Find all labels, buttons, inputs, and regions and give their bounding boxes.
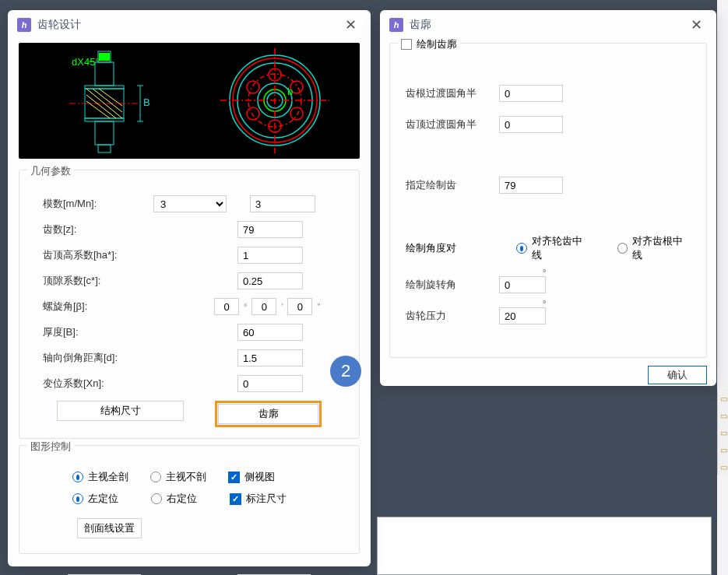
geom-params-label: 几何参数 — [27, 164, 74, 178]
dialog-title: 齿轮设计 — [37, 18, 340, 32]
clearance-label: 顶隙系数[c*]: — [33, 274, 153, 288]
right-position-radio[interactable]: 右定位 — [151, 492, 197, 506]
svg-point-32 — [290, 107, 303, 120]
folder-icon[interactable]: ▭ — [718, 442, 728, 458]
pressure-input[interactable] — [499, 307, 546, 324]
dialog-title: 齿廓 — [410, 18, 686, 32]
helix-min-input[interactable] — [251, 298, 276, 315]
confirm-button[interactable]: 确认 — [648, 366, 707, 384]
svg-rect-6 — [98, 145, 111, 153]
thickness-input[interactable] — [237, 324, 303, 341]
app-icon: h — [389, 18, 403, 32]
tooth-profile-dialog: h 齿廓 ✕ 绘制齿廓 齿根过渡圆角半 齿顶过渡圆角半 指定绘制齿 — [380, 10, 716, 386]
chamfer-label: 轴向倒角距离[d]: — [33, 351, 153, 365]
addendum-label: 齿顶高系数[ha*]: — [33, 248, 153, 262]
chamfer-input[interactable] — [237, 349, 303, 366]
side-view-checkbox[interactable]: ✓侧视图 — [228, 470, 275, 484]
struct-dim-button[interactable]: 结构尺寸 — [57, 401, 184, 421]
main-no-section-radio[interactable]: 主视不剖 — [150, 470, 206, 484]
side-toolbar: ▭ ▭ ▭ ▭ ▭ — [717, 389, 728, 475]
graphic-control-fieldset: 图形控制 主视全剖 主视不剖 ✓侧视图 左定位 右定位 ✓标注尺寸 剖面线 — [19, 445, 360, 554]
folder-icon[interactable]: ▭ — [718, 408, 728, 423]
profile-button-highlight: 齿廓 — [215, 401, 322, 427]
shift-label: 变位系数[Xn]: — [33, 377, 153, 391]
tip-fillet-label: 齿顶过渡圆角半 — [406, 117, 499, 131]
folder-icon[interactable]: ▭ — [718, 391, 728, 406]
bottom-editor[interactable] — [377, 517, 712, 575]
gear-diagram: B dX45° — [19, 43, 360, 159]
profile-button[interactable]: 齿廓 — [218, 404, 318, 424]
svg-text:b: b — [287, 86, 293, 97]
modulus-label: 模数[m/Mn]: — [33, 197, 153, 211]
addendum-input[interactable] — [237, 247, 303, 264]
thickness-label: 厚度[B]: — [33, 325, 153, 339]
svg-point-31 — [247, 107, 259, 120]
tip-fillet-input[interactable] — [499, 116, 563, 133]
svg-text:B: B — [143, 96, 150, 108]
helix-label: 螺旋角[β]: — [33, 300, 153, 314]
root-fillet-label: 齿根过渡圆角半 — [406, 86, 499, 100]
clearance-input[interactable] — [237, 272, 303, 289]
modulus-input[interactable] — [250, 195, 315, 212]
draw-teeth-input[interactable] — [499, 177, 563, 194]
geom-params-fieldset: 几何参数 模数[m/Mn]: 3 齿数[z]: 齿顶高系数[ha*]: 顶隙系数… — [19, 170, 360, 439]
draw-profile-checkbox[interactable] — [401, 39, 412, 50]
angle-align-label: 绘制角度对 — [406, 241, 488, 255]
main-full-section-radio[interactable]: 主视全剖 — [72, 470, 128, 484]
svg-rect-1 — [85, 86, 124, 89]
close-icon[interactable]: ✕ — [340, 16, 361, 33]
svg-point-29 — [247, 81, 259, 93]
svg-rect-14 — [99, 53, 110, 61]
hatch-settings-button[interactable]: 剖面线设置 — [77, 518, 142, 538]
teeth-label: 齿数[z]: — [33, 223, 153, 237]
align-root-center-radio[interactable]: 对齐齿根中线 — [617, 234, 691, 262]
rotation-input[interactable] — [499, 276, 546, 293]
helix-deg-input[interactable] — [214, 298, 239, 315]
graphic-control-label: 图形控制 — [27, 440, 74, 454]
teeth-input[interactable] — [237, 221, 303, 238]
dimension-checkbox[interactable]: ✓标注尺寸 — [230, 492, 287, 506]
annotation-marker: 2 — [330, 356, 361, 387]
folder-icon[interactable]: ▭ — [718, 425, 728, 440]
svg-rect-4 — [95, 121, 114, 145]
svg-rect-2 — [85, 118, 124, 121]
pressure-label: 齿轮压力 — [406, 309, 499, 323]
close-icon[interactable]: ✕ — [686, 16, 707, 33]
helix-sec-input[interactable] — [287, 298, 312, 315]
modulus-combo[interactable]: 3 — [153, 195, 227, 212]
folder-icon[interactable]: ▭ — [718, 459, 728, 475]
gear-design-dialog: h 齿轮设计 ✕ B dX45° — [8, 10, 371, 566]
shift-input[interactable] — [237, 375, 303, 392]
rotation-label: 绘制旋转角 — [406, 278, 499, 292]
align-tooth-center-radio[interactable]: 对齐轮齿中线 — [516, 234, 589, 262]
svg-text:dX45°: dX45° — [72, 56, 100, 68]
draw-teeth-label: 指定绘制齿 — [406, 178, 499, 192]
root-fillet-input[interactable] — [499, 85, 563, 102]
left-position-radio[interactable]: 左定位 — [72, 492, 118, 506]
app-icon: h — [17, 18, 31, 32]
